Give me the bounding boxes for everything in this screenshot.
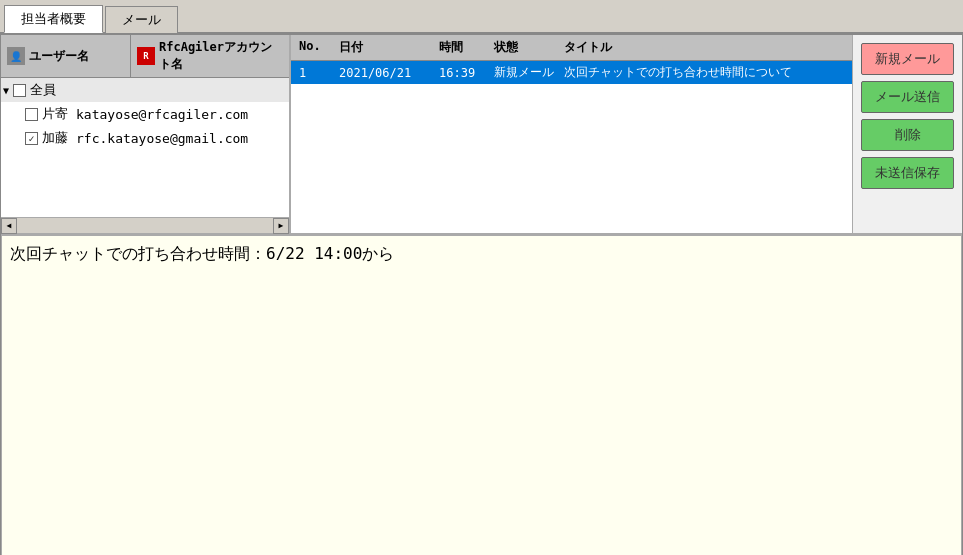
all-users-row[interactable]: ▼ 全員 bbox=[1, 78, 289, 102]
user-item-katayose[interactable]: 片寄 katayose@rfcagiler.com bbox=[1, 102, 289, 126]
account-col-header: R RfcAgilerアカウント名 bbox=[131, 35, 289, 77]
email-header-status: 状態 bbox=[486, 39, 556, 56]
email-header-no: No. bbox=[291, 39, 331, 56]
user-account-katayose: katayose@rfcagiler.com bbox=[76, 107, 248, 122]
tab-tantousha[interactable]: 担当者概要 bbox=[4, 5, 103, 33]
main-content: 👤 ユーザー名 R RfcAgilerアカウント名 ▼ 全員 bbox=[0, 34, 963, 555]
user-panel: 👤 ユーザー名 R RfcAgilerアカウント名 ▼ 全員 bbox=[1, 35, 291, 233]
user-icon: 👤 bbox=[7, 47, 25, 65]
email-panel: No. 日付 時間 状態 タイトル 1 2021/06/21 16:39 新規メ… bbox=[291, 35, 852, 233]
tab-bar: 担当者概要 メール bbox=[0, 0, 963, 34]
email-cell-title: 次回チャットでの打ち合わせ時間について bbox=[556, 64, 852, 81]
email-cell-time: 16:39 bbox=[431, 66, 486, 80]
email-list-header: No. 日付 時間 状態 タイトル bbox=[291, 35, 852, 61]
upper-section: 👤 ユーザー名 R RfcAgilerアカウント名 ▼ 全員 bbox=[1, 35, 962, 235]
scroll-right-button[interactable]: ▶ bbox=[273, 218, 289, 234]
email-cell-date: 2021/06/21 bbox=[331, 66, 431, 80]
user-panel-header: 👤 ユーザー名 R RfcAgilerアカウント名 bbox=[1, 35, 289, 78]
user-name-katayose: 片寄 bbox=[42, 105, 68, 123]
email-body: 次回チャットでの打ち合わせ時間：6/22 14:00から bbox=[1, 235, 962, 555]
button-panel: 新規メール メール送信 削除 未送信保存 bbox=[852, 35, 962, 233]
new-mail-button[interactable]: 新規メール bbox=[861, 43, 954, 75]
user-col-label: ユーザー名 bbox=[29, 48, 89, 65]
user-checkbox-kato[interactable]: ✓ bbox=[25, 132, 38, 145]
horizontal-scrollbar[interactable]: ◀ ▶ bbox=[1, 217, 289, 233]
user-col-header: 👤 ユーザー名 bbox=[1, 35, 131, 77]
email-header-title: タイトル bbox=[556, 39, 852, 56]
scroll-left-button[interactable]: ◀ bbox=[1, 218, 17, 234]
tab-mail[interactable]: メール bbox=[105, 6, 178, 33]
email-row-1[interactable]: 1 2021/06/21 16:39 新規メール 次回チャットでの打ち合わせ時間… bbox=[291, 61, 852, 84]
email-list: 1 2021/06/21 16:39 新規メール 次回チャットでの打ち合わせ時間… bbox=[291, 61, 852, 233]
user-checkbox-katayose[interactable] bbox=[25, 108, 38, 121]
email-header-date: 日付 bbox=[331, 39, 431, 56]
delete-button[interactable]: 削除 bbox=[861, 119, 954, 151]
all-users-checkbox[interactable] bbox=[13, 84, 26, 97]
send-mail-button[interactable]: メール送信 bbox=[861, 81, 954, 113]
all-users-label: 全員 bbox=[30, 81, 56, 99]
rfc-icon: R bbox=[137, 47, 155, 65]
email-cell-no: 1 bbox=[291, 66, 331, 80]
user-item-kato[interactable]: ✓ 加藤 rfc.katayose@gmail.com bbox=[1, 126, 289, 150]
email-cell-status: 新規メール bbox=[486, 64, 556, 81]
user-list: ▼ 全員 片寄 katayose@rfcagiler.com ✓ 加藤 rfc. bbox=[1, 78, 289, 217]
expand-icon: ▼ bbox=[3, 85, 9, 96]
user-name-kato: 加藤 bbox=[42, 129, 68, 147]
save-unsent-button[interactable]: 未送信保存 bbox=[861, 157, 954, 189]
email-body-content: 次回チャットでの打ち合わせ時間：6/22 14:00から bbox=[10, 244, 394, 263]
user-account-kato: rfc.katayose@gmail.com bbox=[76, 131, 248, 146]
scrollbar-track[interactable] bbox=[17, 218, 273, 233]
email-header-time: 時間 bbox=[431, 39, 486, 56]
account-col-label: RfcAgilerアカウント名 bbox=[159, 39, 283, 73]
